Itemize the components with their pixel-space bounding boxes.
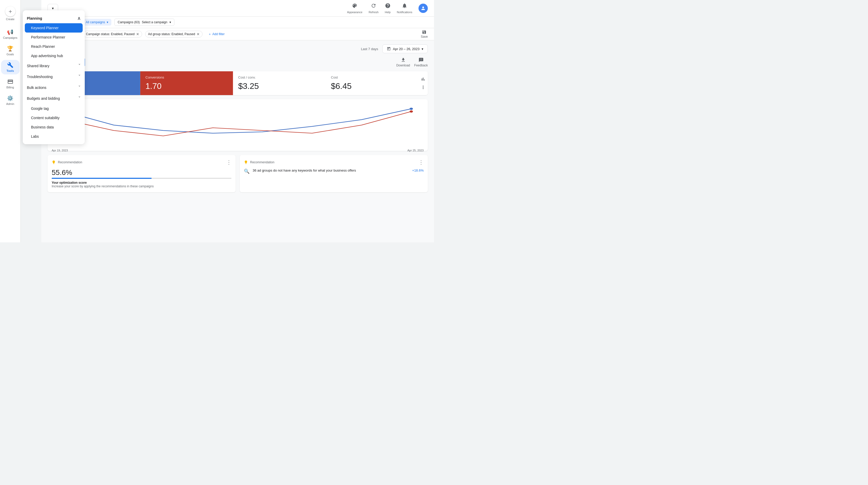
recommendation-card-2: Recommendation ⋮ 🔍 36 ad groups do not h… bbox=[240, 155, 428, 192]
bulk-actions-label: Bulk actions bbox=[27, 86, 46, 90]
rec-more-1[interactable]: ⋮ bbox=[226, 159, 231, 165]
metric-card-conversions[interactable]: Conversions 1.70 bbox=[140, 71, 233, 95]
filter-chip-campaign-status-label: Campaign status: Enabled, Paused bbox=[86, 32, 134, 36]
admin-icon: ⚙️ bbox=[7, 95, 13, 101]
recommendation-card-1: Recommendation ⋮ 55.6% Your optimization… bbox=[48, 155, 236, 192]
campaign-select-label: Select a campaign bbox=[142, 21, 167, 24]
rec-desc-text-1: Increase your score by applying the reco… bbox=[52, 184, 154, 188]
rec-title-area-1: Recommendation bbox=[52, 160, 82, 164]
lightbulb-icon-1 bbox=[52, 160, 56, 164]
main-content: ▾ Appearance bbox=[41, 0, 434, 242]
download-button[interactable]: Download bbox=[396, 57, 410, 67]
rec-progress-fill-1 bbox=[52, 178, 152, 179]
rec-pct-2: +18.6% bbox=[412, 169, 424, 172]
sidebar-item-admin-label: Admin bbox=[6, 102, 14, 105]
metrics-icon[interactable] bbox=[421, 77, 426, 82]
top-toolbar: ▾ Appearance bbox=[41, 0, 434, 17]
cost-conv-value: $3.25 bbox=[238, 81, 320, 91]
notifications-action[interactable]: Notifications bbox=[397, 3, 412, 14]
rec-more-2[interactable]: ⋮ bbox=[418, 159, 424, 165]
feedback-button[interactable]: Feedback bbox=[414, 57, 428, 67]
refresh-action[interactable]: Refresh bbox=[369, 3, 379, 14]
download-label: Download bbox=[396, 64, 410, 67]
rec-score-1: 55.6% bbox=[52, 169, 231, 177]
billing-icon bbox=[7, 79, 13, 85]
date-range-label: Apr 20 – 26, 2023 bbox=[393, 47, 420, 51]
sidebar-item-goals-label: Goals bbox=[6, 53, 14, 56]
filter-chip-campaign-status-remove[interactable]: ✕ bbox=[136, 32, 139, 36]
flyout-item-labs[interactable]: Labs bbox=[25, 132, 83, 141]
create-button[interactable]: ＋ Create bbox=[2, 4, 19, 23]
tools-icon bbox=[7, 62, 13, 68]
feedback-icon bbox=[418, 57, 424, 63]
flyout-item-shared-library[interactable]: Shared library ˅ bbox=[23, 60, 85, 71]
sidebar-item-goals[interactable]: 🏆 Goals bbox=[1, 43, 20, 58]
sidebar-item-campaigns-label: Campaigns bbox=[3, 36, 18, 39]
filter-chip-campaign-status[interactable]: Campaign status: Enabled, Paused ✕ bbox=[83, 31, 142, 37]
flyout-item-bulk-actions[interactable]: Bulk actions ˅ bbox=[23, 82, 85, 93]
metrics-actions bbox=[418, 71, 428, 95]
flyout-item-troubleshooting[interactable]: Troubleshooting ˅ bbox=[23, 71, 85, 82]
workspace-dropdown-icon: ▾ bbox=[107, 21, 108, 24]
workspace-all-campaigns: All campaigns bbox=[86, 21, 105, 24]
rec-type-1: Recommendation bbox=[58, 160, 82, 164]
overview-area: Overview Last 7 days Apr 20 – 26, 2023 ▾… bbox=[41, 40, 434, 242]
more-options-icon[interactable] bbox=[421, 85, 426, 90]
metric-card-cost[interactable]: Cost $6.45 bbox=[326, 71, 418, 95]
rec-title-text-1: Your optimization score bbox=[52, 181, 87, 184]
flyout-item-keyword-planner[interactable]: Keyword Planner bbox=[25, 23, 83, 33]
help-action[interactable]: Help bbox=[385, 3, 391, 14]
filter-row2: Workspace filter ✕ Campaign status: Enab… bbox=[41, 28, 434, 40]
add-filter-label: Add filter bbox=[212, 32, 224, 36]
add-filter-icon: ＋ bbox=[208, 32, 211, 36]
save-button[interactable]: Save bbox=[421, 30, 428, 38]
filter-bar: Workspace (2 filters) All campaigns ▾ Ca… bbox=[41, 17, 434, 28]
notifications-icon bbox=[402, 3, 407, 10]
rec-progress-1 bbox=[52, 178, 231, 179]
cost-conv-label: Cost / conv. bbox=[238, 75, 320, 79]
chart-area: 2 1 0 Apr 19, 2023 Apr 25 bbox=[48, 99, 428, 151]
flyout-item-app-advertising-hub[interactable]: App advertising hub bbox=[25, 51, 83, 60]
flyout-item-performance-planner[interactable]: Performance Planner bbox=[25, 33, 83, 42]
chart-x-start: Apr 19, 2023 bbox=[52, 149, 68, 152]
overview-header: Overview Last 7 days Apr 20 – 26, 2023 ▾ bbox=[48, 44, 428, 53]
campaign-selector[interactable]: Campaigns (63) Select a campaign ▾ bbox=[115, 19, 175, 26]
flyout-item-content-suitability[interactable]: Content suitability bbox=[25, 113, 83, 122]
budgets-and-bidding-label: Budgets and bidding bbox=[27, 96, 60, 100]
flyout-item-reach-planner[interactable]: Reach Planner bbox=[25, 42, 83, 51]
date-range-selector[interactable]: Apr 20 – 26, 2023 ▾ bbox=[382, 44, 428, 53]
goals-icon: 🏆 bbox=[7, 46, 13, 52]
action-right: Download Feedback bbox=[396, 57, 428, 67]
sidebar-item-admin[interactable]: ⚙️ Admin bbox=[1, 93, 20, 108]
sidebar-icons: ＋ Create 📢 Campaigns 🏆 Goals Tools bbox=[0, 0, 21, 242]
sidebar-item-tools-label: Tools bbox=[6, 69, 14, 72]
save-label: Save bbox=[421, 35, 428, 38]
rec-header-1: Recommendation ⋮ bbox=[52, 159, 231, 165]
help-icon bbox=[385, 3, 391, 10]
create-icon: ＋ bbox=[5, 6, 16, 17]
filter-chip-adgroup-status-remove[interactable]: ✕ bbox=[196, 32, 200, 36]
conversions-value: 1.70 bbox=[146, 81, 227, 91]
notifications-label: Notifications bbox=[397, 10, 412, 14]
appearance-action[interactable]: Appearance bbox=[347, 3, 363, 14]
create-label: Create bbox=[6, 18, 14, 21]
last-days-label: Last 7 days bbox=[361, 47, 378, 51]
flyout-item-google-tag[interactable]: Google tag bbox=[25, 104, 83, 113]
sidebar-item-billing[interactable]: Billing bbox=[1, 77, 20, 91]
campaigns-count: Campaigns (63) bbox=[118, 21, 140, 24]
chart-x-end: Apr 25, 2023 bbox=[407, 149, 424, 152]
conversions-label: Conversions bbox=[146, 75, 227, 79]
user-avatar[interactable] bbox=[418, 4, 428, 13]
bulk-actions-chevron: ˅ bbox=[78, 85, 81, 90]
metric-card-cost-conv[interactable]: Cost / conv. $3.25 bbox=[233, 71, 326, 95]
budgets-and-bidding-chevron: ˅ bbox=[78, 96, 81, 101]
flyout-item-business-data[interactable]: Business data bbox=[25, 122, 83, 132]
add-filter-button[interactable]: ＋ Add filter bbox=[206, 31, 227, 37]
filter-chip-adgroup-status[interactable]: Ad group status: Enabled, Paused ✕ bbox=[145, 31, 203, 37]
flyout-section-chevron: ∧ bbox=[77, 16, 81, 21]
lightbulb-icon-2 bbox=[244, 160, 248, 164]
flyout-item-budgets-and-bidding[interactable]: Budgets and bidding ˅ bbox=[23, 93, 85, 104]
sidebar-item-campaigns[interactable]: 📢 Campaigns bbox=[1, 27, 20, 41]
help-label: Help bbox=[385, 10, 391, 14]
sidebar-item-tools[interactable]: Tools bbox=[1, 60, 20, 74]
